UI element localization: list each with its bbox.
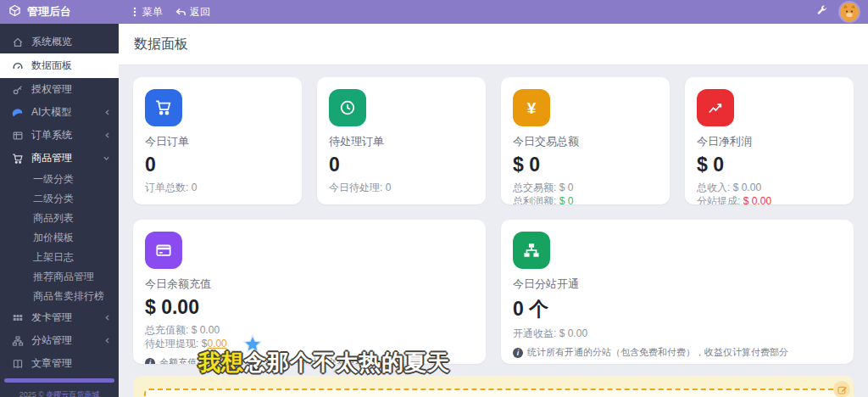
back-button[interactable]: 返回 [175,5,210,20]
chevron-left-icon [103,336,111,345]
sidebar-item-substation-management[interactable]: 分站管理 [0,329,119,352]
card-line: 今日待处理: 0 [329,181,474,194]
sidebar-subitem-category-l2[interactable]: 二级分类 [0,189,119,209]
cart-icon [145,89,182,126]
sidebar-item-label: 发卡管理 [31,310,72,325]
subitem-label: 一级分类 [33,172,74,187]
card-note: i 统计所有开通的分站（包含免费和付费），收益仅计算付费部分 [513,346,842,359]
subitem-label: 商品列表 [33,211,74,226]
video-subtitle: 我想念那个不太热的夏天 [198,348,450,377]
sidebar-item-label: 授权管理 [31,82,72,97]
sidebar-item-label: 商品管理 [31,151,72,165]
card-line: 总收入: $ 0.00 [697,181,842,194]
home-icon [11,36,24,48]
footer-year: 2025 © [19,390,44,397]
sitemap-icon [513,232,550,269]
back-arrow-icon [175,7,186,18]
card-title: 今日分站开通 [513,277,842,292]
sidebar-subitem-shelf-log[interactable]: 上架日志 [0,248,119,267]
card-value: 0 个 [513,296,842,322]
card-line: 开通收益: $ 0.00 [513,327,842,340]
card-line: 总充值额: $ 0.00 [145,323,474,337]
user-avatar[interactable] [838,1,860,23]
gauge-icon [11,59,24,72]
stat-card-today-transactions: ¥ 今日交易总额 $ 0 总交易额: $ 0 总利润额: $ 0 [501,77,670,204]
menu-button-label: 菜单 [142,5,163,20]
trend-icon [697,89,734,126]
card-title: 今日订单 [145,134,290,149]
sidebar: 系统概览 数据面板 授权管理 AI大模型 订单系统 [0,24,119,397]
whale-icon [11,106,24,119]
card-title: 今日净利润 [697,134,842,149]
card-title: 待处理订单 [329,134,474,149]
sidebar-item-card-management[interactable]: 发卡管理 [0,306,119,329]
card-line: 分站提成: $ 0.00 [697,194,842,204]
sidebar-subitem-markup-template[interactable]: 加价模板 [0,228,119,248]
chevron-left-icon [103,313,111,322]
stat-card-balance-recharge: 今日余额充值 $ 0.00 总充值额: $ 0.00 待处理提现: $0.00 … [133,220,486,364]
stat-card-pending-orders: 待处理订单 0 今日待处理: 0 [317,77,486,204]
notice-edit-area[interactable] [144,389,843,397]
sidebar-item-order-system[interactable]: 订单系统 [0,124,119,147]
card-title: 今日交易总额 [513,134,658,149]
sidebar-subitem-product-list[interactable]: 商品列表 [0,209,119,228]
subtitle-highlight: 我想 [198,349,244,375]
sidebar-subitem-sales-ranking[interactable]: 商品售卖排行榜 [0,287,119,306]
subitem-label: 商品售卖排行榜 [33,289,104,304]
info-icon: i [145,358,155,365]
stat-cards-row-2: 今日余额充值 $ 0.00 总充值额: $ 0.00 待处理提现: $0.00 … [133,220,854,364]
card-value: $ 0 [697,154,842,176]
clock-icon [329,89,366,126]
chevron-left-icon [103,131,111,140]
key-icon [11,83,24,96]
sidebar-item-label: 分站管理 [31,333,72,348]
sidebar-item-product-management[interactable]: 商品管理 [0,147,119,170]
info-icon: i [513,348,523,358]
subtitle-rest: 念那个不太热的夏天 [244,349,450,375]
book-icon [11,357,24,370]
sidebar-item-label: 文章管理 [31,356,72,371]
cart-icon [11,152,24,165]
sidebar-item-article-management[interactable]: 文章管理 [0,352,119,375]
card-line: 订单总数: 0 [145,181,290,194]
sidebar-subitem-recommended-products[interactable]: 推荐商品管理 [0,267,119,287]
admin-dashboard: 管理后台 菜单 返回 系统概览 [0,0,868,397]
sidebar-item-label: 系统概览 [31,35,72,49]
wrench-icon[interactable] [816,4,827,20]
package-icon [8,4,21,20]
card-line: 总交易额: $ 0 [513,181,658,194]
menu-button[interactable]: 菜单 [131,5,163,20]
stat-card-substation-openings: 今日分站开通 0 个 开通收益: $ 0.00 i 统计所有开通的分站（包含免费… [501,220,854,364]
back-button-label: 返回 [190,5,210,20]
topbar: 管理后台 菜单 返回 [0,0,868,24]
card-value: 0 [145,154,290,176]
subitem-label: 加价模板 [33,231,74,245]
stat-card-net-profit: 今日净利润 $ 0 总收入: $ 0.00 分站提成: $ 0.00 [685,77,854,204]
sidebar-item-data-panel[interactable]: 数据面板 [0,53,119,78]
stat-cards-row-1: 今日订单 0 订单总数: 0 待处理订单 0 今日待处理: 0 ¥ 今日交易总额… [133,77,854,204]
notice-panel [133,376,854,397]
card-value: $ 0.00 [145,296,474,319]
subitem-label: 推荐商品管理 [33,270,94,284]
card-value: 0 [329,154,474,176]
brand[interactable]: 管理后台 [0,4,119,20]
sidebar-footer: 2025 © 炎曜云百货商城 [0,375,119,397]
sidebar-item-ai-model[interactable]: AI大模型 [0,101,119,124]
topbar-right [816,1,868,23]
grid-icon [11,311,24,324]
edit-pencil-icon[interactable] [833,381,850,397]
progress-bar [4,378,114,383]
page-title: 数据面板 [134,36,188,53]
subitem-label: 二级分类 [33,192,74,206]
footer-site-link[interactable]: 炎曜云百货商城 [46,390,99,397]
card-title: 今日余额充值 [145,277,474,292]
sitemap-icon [11,334,24,347]
card-value: $ 0 [513,154,658,176]
main-header: 数据面板 [119,24,868,65]
sidebar-item-label: 订单系统 [31,128,72,143]
sidebar-subitem-category-l1[interactable]: 一级分类 [0,170,119,189]
stat-card-today-orders: 今日订单 0 订单总数: 0 [133,77,302,204]
sidebar-item-system-overview[interactable]: 系统概览 [0,31,119,53]
credit-card-icon [145,232,182,269]
sidebar-item-auth-management[interactable]: 授权管理 [0,78,119,101]
